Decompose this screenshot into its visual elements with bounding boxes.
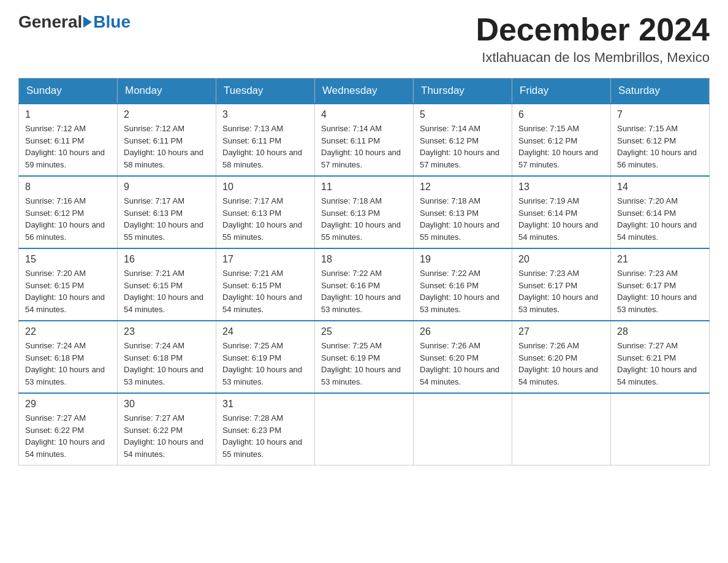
- calendar-cell: 2 Sunrise: 7:12 AMSunset: 6:11 PMDayligh…: [118, 104, 216, 176]
- day-number: 22: [25, 326, 111, 337]
- day-info: Sunrise: 7:27 AMSunset: 6:21 PMDaylight:…: [617, 341, 697, 386]
- day-number: 13: [518, 182, 604, 193]
- calendar-cell: 18 Sunrise: 7:22 AMSunset: 6:16 PMDaylig…: [315, 248, 414, 321]
- calendar-cell: 26 Sunrise: 7:26 AMSunset: 6:20 PMDaylig…: [414, 321, 512, 393]
- day-info: Sunrise: 7:18 AMSunset: 6:13 PMDaylight:…: [321, 196, 401, 242]
- calendar-cell: 1 Sunrise: 7:12 AMSunset: 6:11 PMDayligh…: [19, 104, 118, 176]
- column-header-thursday: Thursday: [414, 79, 512, 104]
- day-number: 7: [617, 109, 703, 120]
- day-info: Sunrise: 7:23 AMSunset: 6:17 PMDaylight:…: [617, 269, 697, 314]
- day-number: 30: [124, 399, 210, 410]
- day-number: 18: [321, 254, 407, 265]
- calendar-week-row: 22 Sunrise: 7:24 AMSunset: 6:18 PMDaylig…: [19, 321, 710, 393]
- calendar-cell: [414, 393, 512, 465]
- calendar-week-row: 8 Sunrise: 7:16 AMSunset: 6:12 PMDayligh…: [19, 176, 710, 248]
- day-number: 6: [518, 109, 604, 120]
- day-info: Sunrise: 7:17 AMSunset: 6:13 PMDaylight:…: [222, 196, 302, 242]
- day-info: Sunrise: 7:19 AMSunset: 6:14 PMDaylight:…: [518, 196, 598, 242]
- logo-blue-text: Blue: [93, 12, 131, 32]
- calendar-cell: [512, 393, 611, 465]
- day-number: 5: [420, 109, 506, 120]
- day-info: Sunrise: 7:12 AMSunset: 6:11 PMDaylight:…: [25, 124, 105, 169]
- calendar-cell: 27 Sunrise: 7:26 AMSunset: 6:20 PMDaylig…: [512, 321, 611, 393]
- day-number: 14: [617, 182, 703, 193]
- calendar-cell: 17 Sunrise: 7:21 AMSunset: 6:15 PMDaylig…: [216, 248, 315, 321]
- calendar-cell: 20 Sunrise: 7:23 AMSunset: 6:17 PMDaylig…: [512, 248, 611, 321]
- calendar-cell: 8 Sunrise: 7:16 AMSunset: 6:12 PMDayligh…: [19, 176, 118, 248]
- day-info: Sunrise: 7:14 AMSunset: 6:12 PMDaylight:…: [420, 124, 499, 169]
- day-number: 20: [518, 254, 604, 265]
- calendar-cell: [315, 393, 414, 465]
- day-number: 3: [222, 109, 308, 120]
- day-info: Sunrise: 7:21 AMSunset: 6:15 PMDaylight:…: [222, 269, 302, 314]
- day-number: 2: [124, 109, 210, 120]
- day-number: 12: [420, 182, 506, 193]
- calendar-week-row: 29 Sunrise: 7:27 AMSunset: 6:22 PMDaylig…: [19, 393, 710, 465]
- day-info: Sunrise: 7:20 AMSunset: 6:14 PMDaylight:…: [617, 196, 697, 242]
- day-info: Sunrise: 7:15 AMSunset: 6:12 PMDaylight:…: [617, 124, 697, 169]
- day-number: 17: [222, 254, 308, 265]
- column-header-sunday: Sunday: [19, 79, 118, 104]
- calendar-cell: 29 Sunrise: 7:27 AMSunset: 6:22 PMDaylig…: [19, 393, 118, 465]
- day-number: 8: [25, 182, 111, 193]
- day-info: Sunrise: 7:20 AMSunset: 6:15 PMDaylight:…: [25, 269, 105, 314]
- day-info: Sunrise: 7:24 AMSunset: 6:18 PMDaylight:…: [25, 341, 105, 386]
- day-number: 23: [124, 326, 210, 337]
- day-number: 25: [321, 326, 407, 337]
- calendar-cell: 3 Sunrise: 7:13 AMSunset: 6:11 PMDayligh…: [216, 104, 315, 176]
- day-info: Sunrise: 7:22 AMSunset: 6:16 PMDaylight:…: [420, 269, 499, 314]
- calendar-cell: 16 Sunrise: 7:21 AMSunset: 6:15 PMDaylig…: [118, 248, 216, 321]
- calendar-cell: 23 Sunrise: 7:24 AMSunset: 6:18 PMDaylig…: [118, 321, 216, 393]
- column-header-wednesday: Wednesday: [315, 79, 414, 104]
- calendar-table: SundayMondayTuesdayWednesdayThursdayFrid…: [18, 78, 710, 465]
- column-header-friday: Friday: [512, 79, 611, 104]
- day-number: 1: [25, 109, 111, 120]
- day-number: 26: [420, 326, 506, 337]
- day-info: Sunrise: 7:17 AMSunset: 6:13 PMDaylight:…: [124, 196, 203, 242]
- calendar-cell: 31 Sunrise: 7:28 AMSunset: 6:23 PMDaylig…: [216, 393, 315, 465]
- day-info: Sunrise: 7:26 AMSunset: 6:20 PMDaylight:…: [420, 341, 499, 386]
- page-header: General Blue December 2024 Ixtlahuacan d…: [18, 12, 710, 66]
- day-number: 4: [321, 109, 407, 120]
- calendar-week-row: 1 Sunrise: 7:12 AMSunset: 6:11 PMDayligh…: [19, 104, 710, 176]
- day-info: Sunrise: 7:15 AMSunset: 6:12 PMDaylight:…: [518, 124, 598, 169]
- day-info: Sunrise: 7:14 AMSunset: 6:11 PMDaylight:…: [321, 124, 401, 169]
- day-info: Sunrise: 7:24 AMSunset: 6:18 PMDaylight:…: [124, 341, 203, 386]
- calendar-header-row: SundayMondayTuesdayWednesdayThursdayFrid…: [19, 79, 710, 104]
- calendar-cell: 4 Sunrise: 7:14 AMSunset: 6:11 PMDayligh…: [315, 104, 414, 176]
- day-info: Sunrise: 7:22 AMSunset: 6:16 PMDaylight:…: [321, 269, 401, 314]
- day-info: Sunrise: 7:25 AMSunset: 6:19 PMDaylight:…: [321, 341, 401, 386]
- calendar-cell: 24 Sunrise: 7:25 AMSunset: 6:19 PMDaylig…: [216, 321, 315, 393]
- calendar-cell: 19 Sunrise: 7:22 AMSunset: 6:16 PMDaylig…: [414, 248, 512, 321]
- day-info: Sunrise: 7:26 AMSunset: 6:20 PMDaylight:…: [518, 341, 598, 386]
- day-info: Sunrise: 7:18 AMSunset: 6:13 PMDaylight:…: [420, 196, 499, 242]
- location-title: Ixtlahuacan de los Membrillos, Mexico: [476, 50, 710, 66]
- day-number: 19: [420, 254, 506, 265]
- day-number: 21: [617, 254, 703, 265]
- logo-arrow-icon: [83, 17, 92, 28]
- calendar-week-row: 15 Sunrise: 7:20 AMSunset: 6:15 PMDaylig…: [19, 248, 710, 321]
- calendar-cell: 14 Sunrise: 7:20 AMSunset: 6:14 PMDaylig…: [611, 176, 710, 248]
- day-info: Sunrise: 7:27 AMSunset: 6:22 PMDaylight:…: [124, 413, 203, 459]
- day-info: Sunrise: 7:13 AMSunset: 6:11 PMDaylight:…: [222, 124, 302, 169]
- calendar-cell: 21 Sunrise: 7:23 AMSunset: 6:17 PMDaylig…: [611, 248, 710, 321]
- calendar-cell: 5 Sunrise: 7:14 AMSunset: 6:12 PMDayligh…: [414, 104, 512, 176]
- calendar-cell: 25 Sunrise: 7:25 AMSunset: 6:19 PMDaylig…: [315, 321, 414, 393]
- day-number: 24: [222, 326, 308, 337]
- logo: General Blue: [18, 12, 131, 32]
- calendar-cell: [611, 393, 710, 465]
- logo-general-text: General: [18, 12, 82, 32]
- day-number: 31: [222, 399, 308, 410]
- day-info: Sunrise: 7:23 AMSunset: 6:17 PMDaylight:…: [518, 269, 598, 314]
- calendar-cell: 9 Sunrise: 7:17 AMSunset: 6:13 PMDayligh…: [118, 176, 216, 248]
- day-info: Sunrise: 7:25 AMSunset: 6:19 PMDaylight:…: [222, 341, 302, 386]
- day-info: Sunrise: 7:28 AMSunset: 6:23 PMDaylight:…: [222, 413, 302, 459]
- calendar-cell: 7 Sunrise: 7:15 AMSunset: 6:12 PMDayligh…: [611, 104, 710, 176]
- column-header-tuesday: Tuesday: [216, 79, 315, 104]
- month-title: December 2024: [476, 12, 710, 47]
- day-number: 9: [124, 182, 210, 193]
- calendar-cell: 22 Sunrise: 7:24 AMSunset: 6:18 PMDaylig…: [19, 321, 118, 393]
- calendar-cell: 11 Sunrise: 7:18 AMSunset: 6:13 PMDaylig…: [315, 176, 414, 248]
- day-number: 27: [518, 326, 604, 337]
- day-number: 10: [222, 182, 308, 193]
